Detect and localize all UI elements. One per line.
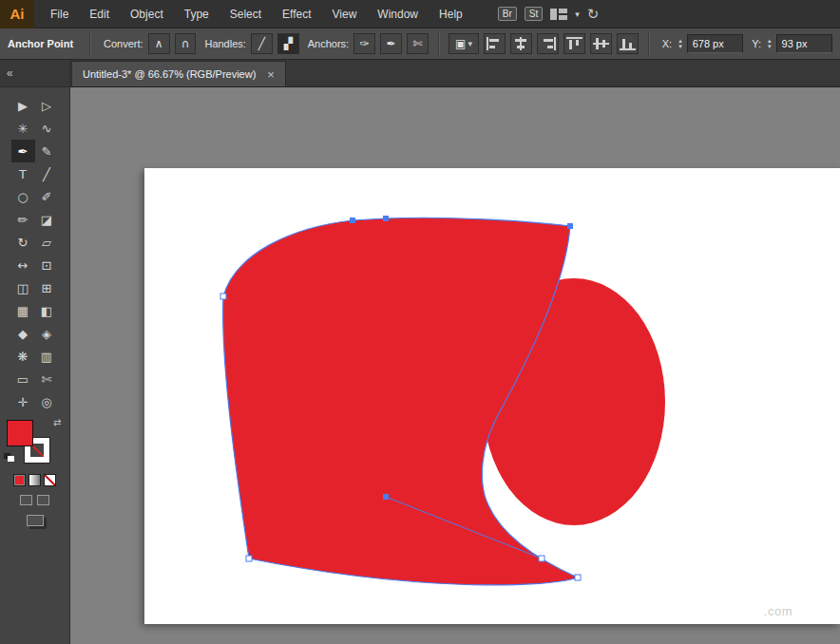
- gradient-tool[interactable]: ◧: [35, 299, 59, 322]
- artboard-tool[interactable]: ▭: [11, 368, 35, 390]
- direct-selection-tool[interactable]: ▷: [35, 94, 59, 117]
- anchor-point-selected[interactable]: [567, 223, 573, 229]
- paintbrush-tool[interactable]: ✐: [35, 185, 59, 208]
- anchor-point[interactable]: [575, 575, 581, 580]
- remove-anchors-button[interactable]: ✑: [353, 33, 375, 54]
- menu-select[interactable]: Select: [220, 0, 272, 28]
- default-fill-stroke-icon[interactable]: [4, 453, 15, 463]
- hide-handles-button[interactable]: ▞: [277, 33, 299, 54]
- hand-tool[interactable]: ✛: [11, 390, 35, 413]
- slice-tool[interactable]: ✄: [35, 368, 59, 390]
- tools-panel: « ▶ ▷ ✳ ∿ ✒ ✎ T ╱ ○ ✐ ✏ ◪ ↻ ▱ ↔ ⊡ ◫ ⊞: [0, 60, 70, 644]
- color-button[interactable]: [13, 474, 26, 486]
- add-anchor-point-tool[interactable]: ✎: [35, 140, 59, 162]
- collapse-panel-icon[interactable]: «: [7, 66, 13, 80]
- draw-behind-button[interactable]: [37, 495, 49, 505]
- width-tool[interactable]: ↔: [11, 254, 35, 276]
- menu-object[interactable]: Object: [120, 0, 174, 28]
- perspective-grid-tool[interactable]: ⊞: [35, 276, 59, 299]
- gradient-button[interactable]: [29, 474, 41, 486]
- chevron-down-icon[interactable]: ▾: [575, 9, 580, 19]
- eraser-tool[interactable]: ◪: [35, 208, 59, 231]
- bridge-button[interactable]: Br: [498, 7, 517, 21]
- rotate-tool[interactable]: ↻: [11, 231, 35, 254]
- artboard[interactable]: .com: [144, 168, 840, 624]
- stock-button[interactable]: St: [525, 7, 543, 21]
- blend-tool[interactable]: ◈: [35, 322, 59, 345]
- horizontal-align-right-button[interactable]: [537, 33, 559, 54]
- change-screen-mode-button[interactable]: [27, 515, 44, 526]
- menu-view[interactable]: View: [322, 0, 368, 28]
- tools-grid: ▶ ▷ ✳ ∿ ✒ ✎ T ╱ ○ ✐ ✏ ◪ ↻ ▱ ↔ ⊡ ◫ ⊞ ▦ ◧: [0, 87, 69, 413]
- workspace-icon[interactable]: [550, 9, 567, 20]
- menu-type[interactable]: Type: [174, 0, 220, 28]
- connect-anchors-button[interactable]: ✒: [380, 33, 402, 54]
- shape-builder-tool[interactable]: ◫: [11, 276, 35, 299]
- vertical-align-top-button[interactable]: [563, 33, 585, 54]
- anchor-point[interactable]: [220, 294, 226, 299]
- x-stepper[interactable]: ▴ ▾: [678, 38, 682, 49]
- illustrator-window: Ai File Edit Object Type Select Effect V…: [0, 0, 840, 644]
- y-value-field[interactable]: 93 px: [776, 34, 833, 53]
- menu-file[interactable]: File: [40, 0, 79, 28]
- draw-normal-button[interactable]: [20, 495, 32, 505]
- type-tool[interactable]: T: [11, 162, 35, 185]
- anchor-point-selected[interactable]: [350, 218, 355, 223]
- menu-help[interactable]: Help: [429, 0, 473, 28]
- draw-mode-buttons: [0, 495, 69, 505]
- transform-icon: ▣: [455, 37, 466, 50]
- align-middle-icon: [593, 37, 609, 50]
- free-transform-tool[interactable]: ⊡: [35, 254, 59, 276]
- menu-window[interactable]: Window: [367, 0, 429, 28]
- menu-effect[interactable]: Effect: [272, 0, 321, 28]
- stepper-down-icon[interactable]: ▾: [678, 44, 682, 49]
- x-value-field[interactable]: 678 px: [687, 34, 744, 53]
- zoom-tool[interactable]: ◎: [35, 390, 59, 413]
- pencil-tool[interactable]: ✏: [11, 208, 35, 231]
- mesh-tool[interactable]: ▦: [11, 299, 35, 322]
- selection-tool[interactable]: ▶: [11, 94, 35, 117]
- align-bottom-icon: [620, 37, 636, 50]
- scale-tool[interactable]: ▱: [35, 231, 59, 254]
- anchor-point[interactable]: [539, 556, 544, 561]
- magic-wand-tool[interactable]: ✳: [11, 117, 35, 140]
- vertical-align-middle-button[interactable]: [590, 33, 612, 54]
- lasso-tool[interactable]: ∿: [35, 117, 59, 140]
- stepper-down-icon[interactable]: ▾: [768, 44, 772, 49]
- x-label: X:: [662, 38, 672, 49]
- y-label: Y:: [752, 38, 761, 49]
- cut-path-button[interactable]: ✄: [407, 33, 429, 54]
- eyedropper-tool[interactable]: ◆: [11, 322, 35, 345]
- close-tab-icon[interactable]: ×: [267, 68, 275, 81]
- anchor-point-selected[interactable]: [383, 494, 389, 500]
- artwork-svg[interactable]: [144, 168, 840, 624]
- symbol-sprayer-tool[interactable]: ❋: [11, 345, 35, 368]
- anchor-point-selected[interactable]: [383, 216, 389, 221]
- color-mode-buttons: [0, 474, 69, 486]
- vertical-align-bottom-button[interactable]: [617, 33, 639, 54]
- transform-menu-button[interactable]: ▣ ▾: [449, 33, 479, 54]
- pen-tool[interactable]: ✒: [11, 140, 35, 162]
- swap-fill-stroke-icon[interactable]: ⇄: [53, 417, 61, 427]
- line-segment-tool[interactable]: ╱: [35, 162, 59, 185]
- anchor-point[interactable]: [246, 556, 252, 561]
- convert-label: Convert:: [104, 38, 143, 49]
- convert-to-smooth-button[interactable]: ∩: [175, 33, 197, 54]
- y-stepper[interactable]: ▴ ▾: [768, 38, 772, 49]
- handles-label: Handles:: [204, 38, 245, 49]
- canvas[interactable]: .com: [70, 87, 840, 644]
- document-area: Untitled-3* @ 66.67% (RGB/Preview) ×: [70, 60, 840, 644]
- column-graph-tool[interactable]: ▥: [35, 345, 59, 368]
- horizontal-align-left-button[interactable]: [484, 33, 506, 54]
- sync-icon[interactable]: ↻: [587, 6, 600, 23]
- none-button[interactable]: [44, 474, 56, 486]
- menu-edit[interactable]: Edit: [79, 0, 120, 28]
- align-right-icon: [540, 37, 556, 50]
- panel-header: «: [0, 60, 69, 87]
- horizontal-align-center-button[interactable]: [510, 33, 532, 54]
- document-tab[interactable]: Untitled-3* @ 66.67% (RGB/Preview) ×: [71, 61, 286, 86]
- show-handles-button[interactable]: ╱: [251, 33, 273, 54]
- convert-to-corner-button[interactable]: ∧: [148, 33, 170, 54]
- ellipse-tool[interactable]: ○: [11, 185, 35, 208]
- fill-color-well[interactable]: [7, 420, 33, 446]
